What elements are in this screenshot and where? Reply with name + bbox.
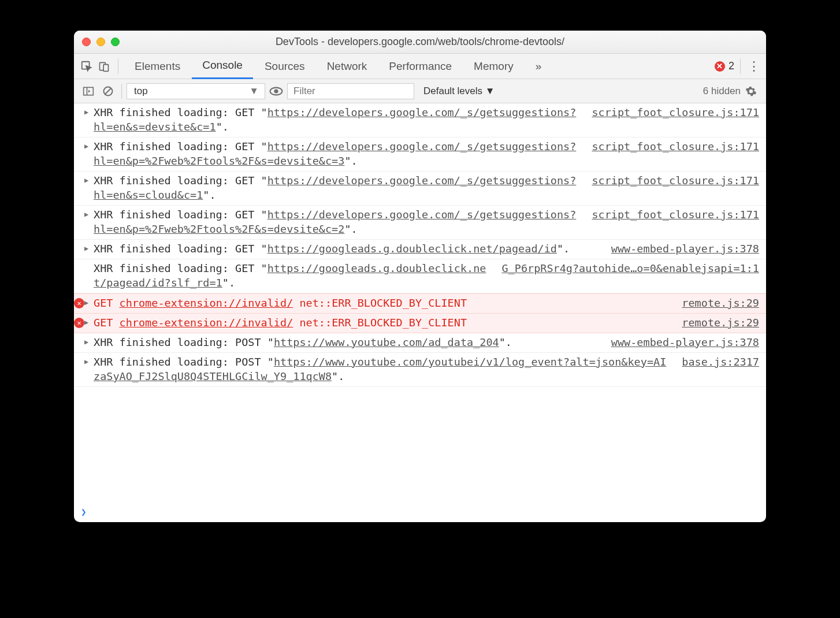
console-error-row[interactable]: ✕GET chrome-extension://invalid/ net::ER…: [74, 314, 766, 333]
console-xhr-row[interactable]: XHR finished loading: GET "https://devel…: [74, 172, 766, 206]
titlebar: DevTools - developers.google.com/web/too…: [74, 31, 766, 54]
separator: [121, 84, 122, 99]
message-text: XHR finished loading: GET "https://googl…: [94, 242, 603, 256]
filter-input[interactable]: [287, 83, 414, 99]
sidebar-toggle-icon[interactable]: [80, 83, 97, 100]
log-levels-selector[interactable]: Default levels ▼: [417, 85, 502, 97]
console-xhr-row[interactable]: XHR finished loading: POST "https://www.…: [74, 333, 766, 353]
separator: [118, 59, 118, 74]
context-label: top: [134, 85, 148, 97]
disclosure-icon[interactable]: [84, 337, 88, 347]
svg-line-6: [105, 88, 111, 94]
console-xhr-row[interactable]: XHR finished loading: GET "https://devel…: [74, 103, 766, 137]
context-selector[interactable]: top ▼: [127, 83, 265, 99]
error-badge[interactable]: ✕ 2: [715, 60, 734, 72]
window-title: DevTools - developers.google.com/web/too…: [74, 36, 766, 48]
request-url-link[interactable]: https://developers.google.com/_s/getsugg…: [94, 140, 576, 167]
error-icon: ✕: [74, 318, 84, 328]
hidden-count[interactable]: 6 hidden: [703, 85, 743, 97]
devtools-window: DevTools - developers.google.com/web/too…: [74, 31, 766, 522]
source-link[interactable]: www-embed-player.js:378: [611, 242, 759, 256]
request-url-link[interactable]: https://googleads.g.doubleclick.net/page…: [94, 262, 486, 289]
source-link[interactable]: remote.js:29: [682, 296, 759, 311]
zoom-icon[interactable]: [111, 38, 120, 46]
console-messages: XHR finished loading: GET "https://devel…: [74, 103, 766, 502]
console-xhr-row[interactable]: XHR finished loading: GET "https://devel…: [74, 206, 766, 240]
device-toolbar-icon[interactable]: [96, 58, 112, 75]
tab-network[interactable]: Network: [317, 54, 378, 79]
settings-icon[interactable]: [745, 85, 760, 97]
console-xhr-row[interactable]: XHR finished loading: GET "https://googl…: [74, 240, 766, 259]
console-toolbar: top ▼ Default levels ▼ 6 hidden: [74, 79, 766, 103]
request-url-link[interactable]: https://www.youtube.com/youtubei/v1/log_…: [94, 356, 666, 382]
disclosure-icon[interactable]: [84, 318, 88, 327]
message-text: GET chrome-extension://invalid/ net::ERR…: [94, 316, 674, 330]
tab-memory[interactable]: Memory: [463, 54, 524, 79]
close-icon[interactable]: [82, 38, 91, 46]
disclosure-icon[interactable]: [84, 244, 88, 253]
source-link[interactable]: script_foot_closure.js:171: [592, 174, 759, 188]
tab-sources[interactable]: Sources: [254, 54, 315, 79]
message-text: XHR finished loading: GET "https://googl…: [94, 262, 493, 291]
source-link[interactable]: base.js:2317: [682, 355, 759, 370]
disclosure-icon[interactable]: [84, 298, 88, 307]
source-link[interactable]: script_foot_closure.js:171: [592, 106, 759, 120]
disclosure-icon[interactable]: [84, 176, 88, 185]
request-url-link[interactable]: https://developers.google.com/_s/getsugg…: [94, 209, 576, 235]
disclosure-icon[interactable]: [84, 142, 88, 151]
message-text: XHR finished loading: GET "https://devel…: [94, 208, 583, 237]
console-error-row[interactable]: ✕GET chrome-extension://invalid/ net::ER…: [74, 293, 766, 314]
dropdown-icon: ▼: [249, 85, 259, 97]
request-url-link[interactable]: https://developers.google.com/_s/getsugg…: [94, 106, 576, 133]
disclosure-icon[interactable]: [84, 357, 88, 366]
live-expression-icon[interactable]: [267, 83, 285, 100]
message-text: XHR finished loading: GET "https://devel…: [94, 140, 583, 169]
svg-point-8: [274, 89, 278, 93]
console-prompt[interactable]: ❯: [74, 502, 766, 522]
svg-rect-2: [103, 64, 108, 71]
disclosure-icon[interactable]: [84, 210, 88, 219]
error-icon: ✕: [74, 298, 84, 308]
source-link[interactable]: script_foot_closure.js:171: [592, 140, 759, 154]
message-text: XHR finished loading: POST "https://www.…: [94, 355, 674, 384]
tab-bar: ElementsConsoleSourcesNetworkPerformance…: [74, 54, 766, 79]
window-controls: [82, 38, 120, 46]
minimize-icon[interactable]: [96, 38, 105, 46]
inspect-icon[interactable]: [79, 58, 95, 75]
separator: [740, 59, 741, 74]
request-url-link[interactable]: https://googleads.g.doubleclick.net/page…: [267, 243, 557, 255]
console-xhr-row[interactable]: XHR finished loading: GET "https://devel…: [74, 137, 766, 172]
more-menu-icon[interactable]: ⋮: [746, 59, 761, 74]
disclosure-icon[interactable]: [84, 107, 88, 117]
tabs-overflow-button[interactable]: »: [525, 54, 552, 79]
error-icon: ✕: [715, 61, 725, 72]
tab-elements[interactable]: Elements: [124, 54, 191, 79]
request-url-link[interactable]: https://developers.google.com/_s/getsugg…: [94, 174, 576, 201]
error-count: 2: [729, 60, 734, 72]
source-link[interactable]: www-embed-player.js:378: [611, 336, 759, 350]
source-link[interactable]: script_foot_closure.js:171: [592, 208, 759, 222]
tab-console[interactable]: Console: [192, 54, 253, 79]
console-xhr-row[interactable]: XHR finished loading: POST "https://www.…: [74, 353, 766, 387]
message-text: XHR finished loading: POST "https://www.…: [94, 336, 603, 350]
message-text: GET chrome-extension://invalid/ net::ERR…: [94, 296, 674, 311]
tab-performance[interactable]: Performance: [378, 54, 462, 79]
console-xhr-row[interactable]: XHR finished loading: GET "https://googl…: [74, 259, 766, 293]
source-link[interactable]: remote.js:29: [682, 316, 759, 330]
request-url-link[interactable]: https://www.youtube.com/ad_data_204: [274, 336, 499, 348]
clear-console-icon[interactable]: [99, 83, 117, 100]
message-text: XHR finished loading: GET "https://devel…: [94, 174, 583, 203]
source-link[interactable]: G_P6rpRSr4g?autohide…o=0&enablejsapi=1:1: [501, 262, 759, 276]
message-text: XHR finished loading: GET "https://devel…: [94, 106, 583, 135]
